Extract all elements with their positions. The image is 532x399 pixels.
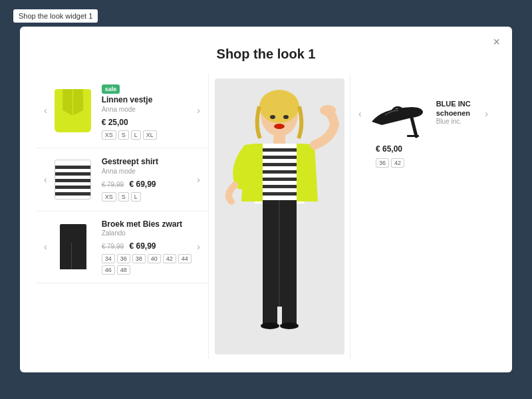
size-36[interactable]: 36 (117, 254, 130, 263)
size-xs[interactable]: XS (102, 130, 116, 140)
prev-arrow-shirt[interactable]: ‹ (41, 174, 50, 185)
product-name: Linnen vestje (102, 95, 195, 106)
product-info-vestje: sale Linnen vestje Anna mode € 25,00 XS … (96, 82, 195, 140)
size-34[interactable]: 34 (102, 254, 115, 263)
size-l[interactable]: L (131, 192, 141, 201)
product-brand: Zalando (102, 229, 195, 237)
size-xl[interactable]: XL (143, 130, 157, 140)
size-s[interactable]: S (118, 192, 129, 201)
svg-point-18 (280, 323, 299, 329)
price-original: € 79,99 (102, 181, 124, 188)
price-current: € 25,00 (102, 118, 128, 127)
product-image-vestje (50, 87, 96, 134)
product-brand: Anna mode (102, 168, 195, 175)
size-options-broek: 34 36 38 40 42 44 46 48 (102, 254, 195, 275)
size-42[interactable]: 42 (391, 158, 404, 168)
svg-point-21 (283, 115, 289, 119)
list-item: ‹ Broek met Bies zwart Zalando (36, 211, 208, 284)
svg-point-12 (320, 105, 336, 116)
list-item: ‹ sale Linnen vestje Anna mode € (36, 74, 208, 148)
close-button[interactable]: × (493, 36, 500, 48)
prev-arrow-schoenen[interactable]: ‹ (356, 108, 364, 119)
product-info-shirt: Gestreept shirt Anna mode € 79,99 € 69,9… (96, 157, 195, 201)
product-brand: Blue inc. (436, 118, 479, 125)
size-38[interactable]: 38 (132, 254, 146, 263)
size-48[interactable]: 48 (117, 265, 130, 275)
next-arrow-schoenen[interactable]: › (482, 108, 491, 119)
price-original: € 79,99 (102, 243, 124, 250)
product-image-shirt (50, 156, 96, 203)
svg-point-20 (270, 115, 275, 119)
svg-rect-23 (407, 135, 419, 137)
size-xs[interactable]: XS (102, 192, 116, 201)
product-info-broek: Broek met Bies zwart Zalando € 79,99 € 6… (96, 219, 195, 275)
price-current: € 69,99 (130, 241, 156, 251)
next-arrow-vestje[interactable]: › (194, 105, 203, 116)
size-options-schoenen: 36 42 (356, 158, 491, 168)
size-options-vestje: XS S L XL (102, 130, 195, 140)
size-options-shirt: XS S L (102, 192, 195, 201)
prev-arrow-vestje[interactable]: ‹ (41, 105, 50, 116)
size-42[interactable]: 42 (163, 254, 176, 263)
size-s[interactable]: S (118, 130, 129, 140)
svg-point-19 (274, 124, 285, 129)
next-arrow-shirt[interactable]: › (194, 174, 203, 185)
modal-overlay: × Shop the look 1 ‹ sale (0, 0, 532, 399)
svg-point-17 (261, 323, 279, 329)
svg-rect-15 (263, 298, 277, 325)
svg-line-22 (412, 118, 416, 136)
product-name: Gestreept shirt (102, 157, 195, 168)
list-item: ‹ (350, 82, 496, 174)
product-image-broek (50, 223, 96, 270)
size-46[interactable]: 46 (102, 265, 115, 275)
list-item: ‹ Gestreept sh (36, 148, 208, 211)
right-nav-row: ‹ (356, 88, 491, 138)
widget-label: Shop the look widget 1 (13, 9, 98, 23)
product-name: BLUE INC schoenen (436, 99, 479, 118)
product-name: Broek met Bies zwart (102, 219, 195, 230)
product-brand: Anna mode (102, 106, 195, 113)
prev-arrow-broek[interactable]: ‹ (41, 241, 50, 252)
svg-point-2 (259, 90, 299, 123)
modal-title: Shop the look 1 (36, 47, 496, 62)
price-current: € 69,99 (130, 180, 156, 189)
left-column: ‹ sale Linnen vestje Anna mode € (36, 74, 209, 359)
modal: × Shop the look 1 ‹ sale (20, 27, 512, 372)
center-model-image (209, 74, 350, 359)
price-current: € 65,00 (376, 144, 402, 154)
size-l[interactable]: L (131, 130, 141, 140)
svg-rect-16 (282, 298, 297, 325)
size-40[interactable]: 40 (148, 254, 161, 263)
right-column: ‹ (350, 74, 496, 359)
size-36[interactable]: 36 (376, 158, 389, 168)
next-arrow-broek[interactable]: › (194, 241, 203, 252)
product-info-schoenen: BLUE INC schoenen Blue inc. (432, 99, 479, 128)
svg-rect-3 (273, 133, 285, 145)
sale-badge: sale (102, 84, 120, 94)
size-44[interactable]: 44 (178, 254, 192, 263)
modal-body: ‹ sale Linnen vestje Anna mode € (36, 74, 496, 359)
